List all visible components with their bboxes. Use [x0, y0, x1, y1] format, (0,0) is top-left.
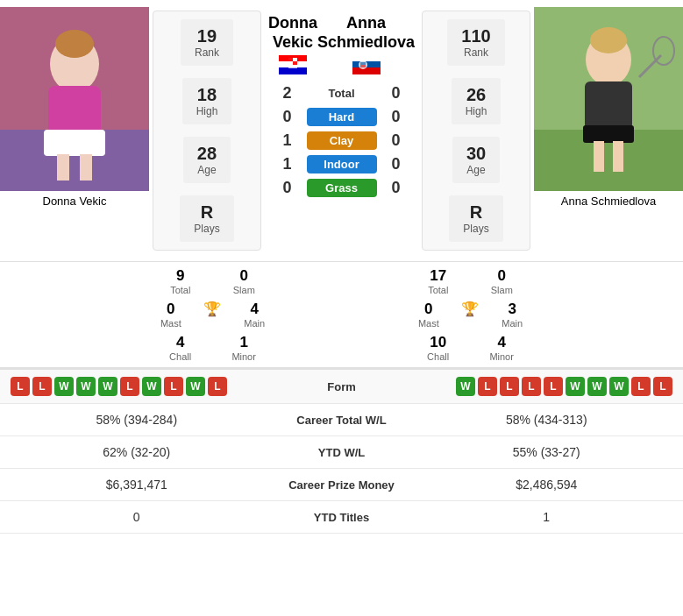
left-trophy-icon: 🏆: [203, 301, 221, 317]
form-label: Form: [298, 380, 386, 393]
svg-rect-17: [352, 55, 381, 61]
clay-button[interactable]: Clay: [307, 131, 377, 150]
left-career-wl: 58% (394-284): [11, 413, 263, 427]
svg-rect-7: [57, 154, 69, 181]
left-age-label: Age: [197, 164, 217, 176]
grass-left: 0: [277, 179, 298, 197]
right-prize-money: $2,486,594: [421, 478, 673, 492]
right-age-box: 30 Age: [452, 137, 500, 183]
left-slam-val: 0: [233, 267, 255, 285]
svg-rect-13: [288, 58, 293, 61]
left-ytd-titles: 0: [11, 510, 263, 524]
left-main-col: 4 Main: [244, 301, 265, 329]
right-player-extra-stats: [534, 267, 683, 362]
left-plays-value: R: [194, 202, 219, 223]
right-chall-lbl: Chall: [427, 351, 449, 362]
right-chall-val: 10: [427, 334, 449, 351]
left-form-badge-6: W: [142, 377, 161, 396]
left-form-badge-5: L: [120, 377, 139, 396]
right-trophy-col: 🏆: [461, 301, 479, 329]
right-plays-value: R: [463, 202, 488, 223]
indoor-button[interactable]: Indoor: [307, 155, 377, 173]
ytd-titles-label: YTD Titles: [263, 511, 421, 524]
right-total-lbl: Total: [428, 285, 448, 295]
right-slam-col: 0 Slam: [491, 267, 513, 295]
left-chall-lbl: Chall: [169, 351, 191, 362]
right-mast-main: 0 Mast 🏆 3 Main: [407, 301, 534, 329]
indoor-right: 0: [386, 155, 407, 173]
right-form-badge-2: L: [500, 377, 519, 396]
right-form-badge-8: L: [631, 377, 651, 396]
left-total-val: 9: [170, 267, 190, 285]
left-mast-main: 0 Mast 🏆 4 Main: [149, 301, 276, 329]
left-rank-box: 19 Rank: [181, 19, 233, 66]
left-age-value: 28: [197, 144, 217, 164]
left-prize-money: $6,391,471: [11, 478, 263, 492]
left-slam-lbl: Slam: [233, 285, 255, 295]
left-total-lbl: Total: [170, 285, 190, 295]
left-chall-minor: 4 Chall 1 Minor: [149, 334, 276, 362]
right-form-badge-0: W: [456, 377, 475, 396]
hard-button[interactable]: Hard: [307, 108, 377, 126]
right-total-score: 0: [386, 84, 407, 103]
right-stat-panel: 110 Rank 26 High 30 Age R Plays: [422, 11, 530, 251]
left-form-badge-8: W: [186, 377, 205, 396]
right-chall-col: 10 Chall: [427, 334, 449, 362]
left-chall-col: 4 Chall: [169, 334, 191, 362]
left-high-value: 18: [196, 85, 218, 105]
surface-row-clay: 1 Clay 0: [265, 131, 418, 150]
left-player-photo-block: Donna Vekic: [0, 7, 149, 254]
right-form-badge-9: L: [653, 377, 672, 396]
right-form-badge-4: L: [544, 377, 563, 396]
indoor-left: 1: [277, 155, 298, 173]
svg-rect-6: [44, 130, 105, 156]
right-high-label: High: [466, 105, 487, 117]
main-container: Donna Vekic 19 Rank 18 High 28 Age: [0, 0, 683, 616]
left-player-extra-stats: [0, 267, 149, 362]
grass-button[interactable]: Grass: [307, 179, 377, 197]
surface-row-grass: 0 Grass 0: [265, 179, 418, 197]
right-ytd-titles: 1: [421, 510, 673, 524]
left-mast-val: 0: [160, 301, 181, 318]
left-rank-value: 19: [195, 26, 219, 46]
left-mast-col: 0 Mast: [160, 301, 181, 329]
right-age-value: 30: [466, 144, 486, 164]
prize-money-row: $6,391,471 Career Prize Money $2,486,594: [0, 469, 683, 501]
right-form-badge-6: W: [587, 377, 607, 396]
left-flag-croatia: [279, 55, 307, 74]
ytd-titles-row: 0 YTD Titles 1: [0, 501, 683, 534]
left-ytd-wl: 62% (32-20): [11, 445, 263, 459]
hard-right: 0: [386, 108, 407, 126]
svg-rect-19: [352, 67, 381, 74]
right-main-col: 3 Main: [502, 301, 523, 329]
right-minor-col: 4 Minor: [489, 334, 514, 362]
right-flag-slovakia: [352, 55, 381, 74]
right-plays-label: Plays: [463, 223, 488, 235]
left-stat-panel: 19 Rank 18 High 28 Age R Plays: [153, 11, 261, 251]
clay-right: 0: [386, 131, 407, 150]
right-form-badge-1: L: [478, 377, 497, 396]
right-ytd-wl: 55% (33-27): [421, 445, 673, 459]
right-main-lbl: Main: [502, 318, 523, 329]
left-form-badge-3: W: [76, 377, 96, 396]
right-mast-col: 0 Mast: [418, 301, 439, 329]
center-column: Donna Vekic: [265, 7, 418, 254]
left-player-name-header: Donna Vekic: [268, 14, 317, 52]
right-career-wl: 58% (434-313): [421, 413, 673, 427]
svg-rect-11: [279, 67, 307, 74]
left-minor-lbl: Minor: [231, 351, 256, 362]
right-high-value: 26: [466, 85, 487, 105]
right-form-badge-3: L: [522, 377, 541, 396]
total-label: Total: [307, 87, 377, 100]
right-player-name-below: Anna Schmiedlova: [561, 195, 656, 208]
right-main-val: 3: [502, 301, 523, 318]
svg-rect-22: [360, 65, 366, 67]
left-form-badge-9: L: [208, 377, 227, 396]
right-slam-lbl: Slam: [491, 285, 513, 295]
player-comparison-row: Donna Vekic 19 Rank 18 High 28 Age: [0, 0, 683, 261]
right-rank-value: 110: [461, 26, 490, 46]
svg-rect-31: [613, 141, 623, 172]
ytd-wl-row: 62% (32-20) YTD W/L 55% (33-27): [0, 436, 683, 469]
left-main-lbl: Main: [244, 318, 265, 329]
right-minor-val: 4: [489, 334, 514, 351]
